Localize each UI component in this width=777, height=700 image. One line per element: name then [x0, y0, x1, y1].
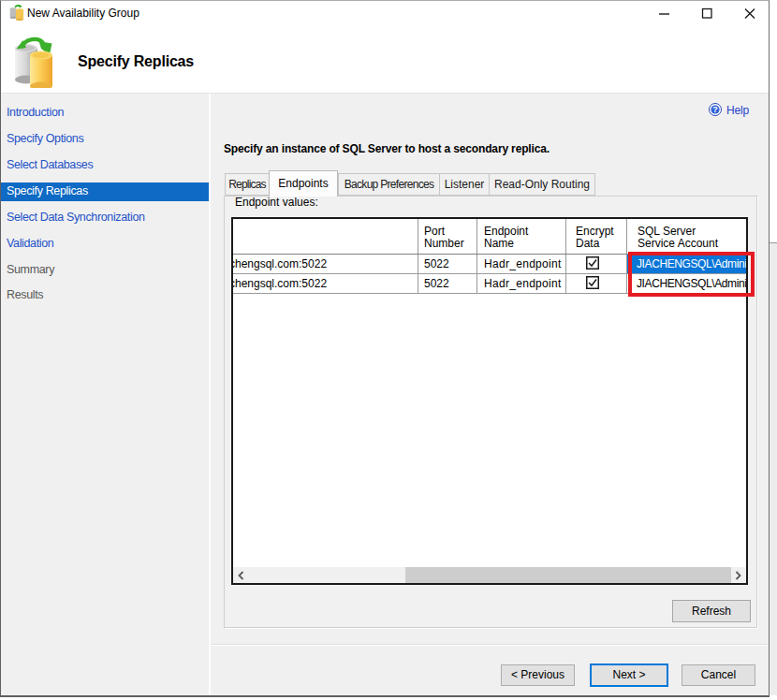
svg-text:?: ? [712, 105, 718, 114]
